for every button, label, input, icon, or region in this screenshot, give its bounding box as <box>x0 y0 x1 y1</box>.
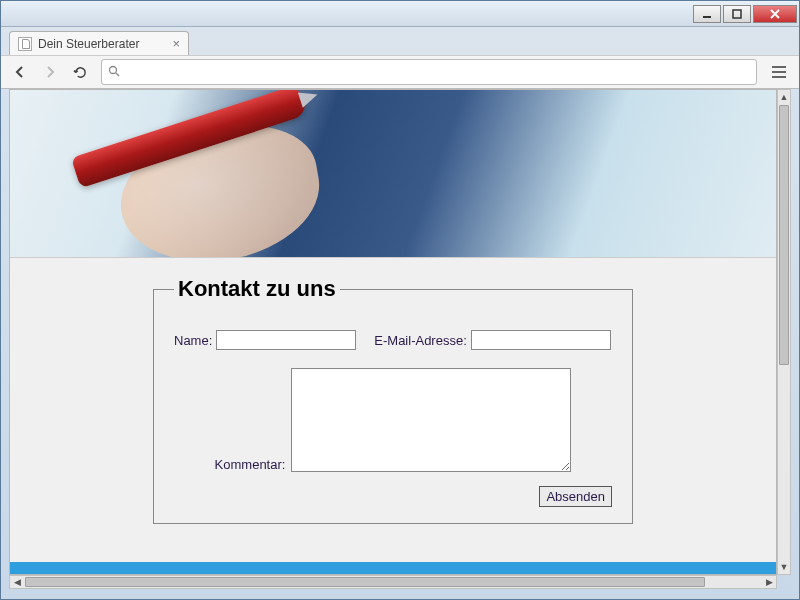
window-maximize-button[interactable] <box>723 5 751 23</box>
url-input[interactable] <box>126 65 750 80</box>
horizontal-scrollbar[interactable]: ◀ ▶ <box>9 575 777 589</box>
browser-menu-button[interactable] <box>765 59 793 85</box>
back-button[interactable] <box>7 59 33 85</box>
browser-toolbar <box>1 55 799 89</box>
scroll-left-arrow-icon[interactable]: ◀ <box>10 576 24 588</box>
comment-textarea[interactable] <box>291 368 571 472</box>
vertical-scroll-thumb[interactable] <box>779 105 789 365</box>
contact-legend: Kontakt zu uns <box>174 276 340 302</box>
horizontal-scroll-track[interactable] <box>24 576 762 588</box>
search-icon <box>108 65 120 80</box>
scroll-up-arrow-icon[interactable]: ▲ <box>778 90 790 104</box>
window-close-button[interactable] <box>753 5 797 23</box>
svg-line-3 <box>116 73 119 76</box>
scroll-down-arrow-icon[interactable]: ▼ <box>778 560 790 574</box>
reload-button[interactable] <box>67 59 93 85</box>
forward-button[interactable] <box>37 59 63 85</box>
contact-fieldset: Kontakt zu uns Name: E-Mail-Adresse: Kom… <box>153 276 633 524</box>
scroll-right-arrow-icon[interactable]: ▶ <box>762 576 776 588</box>
tab-close-icon[interactable]: × <box>172 36 180 51</box>
email-input[interactable] <box>471 330 611 350</box>
svg-rect-1 <box>733 10 741 18</box>
email-label: E-Mail-Adresse: <box>374 333 466 348</box>
vertical-scrollbar[interactable]: ▲ ▼ <box>777 89 791 575</box>
horizontal-scroll-thumb[interactable] <box>25 577 705 587</box>
window-titlebar <box>1 1 799 27</box>
footer-accent-bar <box>10 562 777 574</box>
hamburger-icon <box>772 66 786 68</box>
name-input[interactable] <box>216 330 356 350</box>
address-bar[interactable] <box>101 59 757 85</box>
vertical-scroll-track[interactable] <box>778 366 790 560</box>
browser-tab-title: Dein Steuerberater <box>38 37 139 51</box>
page-viewport: Kontakt zu uns Name: E-Mail-Adresse: Kom… <box>9 89 777 575</box>
browser-tab[interactable]: Dein Steuerberater × <box>9 31 189 55</box>
svg-rect-0 <box>703 16 711 18</box>
page-favicon-icon <box>18 37 32 51</box>
browser-tab-strip: Dein Steuerberater × <box>1 27 799 55</box>
window-minimize-button[interactable] <box>693 5 721 23</box>
submit-button[interactable]: Absenden <box>539 486 612 507</box>
name-label: Name: <box>174 333 212 348</box>
comment-label: Kommentar: <box>215 457 286 472</box>
hero-banner <box>10 90 776 258</box>
svg-point-2 <box>110 66 117 73</box>
